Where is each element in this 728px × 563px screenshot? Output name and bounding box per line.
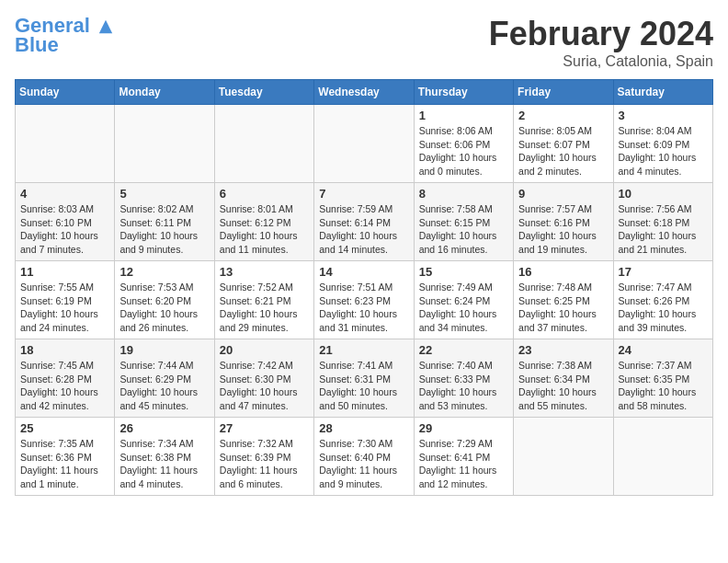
day-number: 16 [518,265,608,279]
day-info: Sunrise: 7:51 AM Sunset: 6:23 PM Dayligh… [319,281,408,335]
day-number: 17 [619,265,708,279]
calendar-cell: 12Sunrise: 7:53 AM Sunset: 6:20 PM Dayli… [115,261,214,339]
day-info: Sunrise: 7:34 AM Sunset: 6:38 PM Dayligh… [119,437,209,491]
logo: General Blue [15,15,114,57]
day-number: 24 [619,343,708,357]
calendar-cell: 28Sunrise: 7:30 AM Sunset: 6:40 PM Dayli… [314,418,414,496]
calendar-cell: 9Sunrise: 7:57 AM Sunset: 6:16 PM Daylig… [514,183,613,261]
calendar-cell: 24Sunrise: 7:37 AM Sunset: 6:35 PM Dayli… [613,339,712,418]
day-number: 13 [220,265,309,279]
calendar-cell [214,105,313,183]
day-number: 7 [319,187,408,201]
day-info: Sunrise: 7:42 AM Sunset: 6:30 PM Dayligh… [220,359,309,413]
day-info: Sunrise: 7:52 AM Sunset: 6:21 PM Dayligh… [220,281,309,335]
calendar-cell: 13Sunrise: 7:52 AM Sunset: 6:21 PM Dayli… [214,261,313,339]
calendar-cell: 27Sunrise: 7:32 AM Sunset: 6:39 PM Dayli… [214,418,313,496]
day-info: Sunrise: 8:06 AM Sunset: 6:06 PM Dayligh… [419,124,508,178]
calendar-cell: 2Sunrise: 8:05 AM Sunset: 6:07 PM Daylig… [514,105,613,183]
calendar-cell: 11Sunrise: 7:55 AM Sunset: 6:19 PM Dayli… [16,261,115,339]
calendar-day-header: Tuesday [214,80,313,105]
day-info: Sunrise: 8:02 AM Sunset: 6:11 PM Dayligh… [119,202,209,257]
calendar-cell: 7Sunrise: 7:59 AM Sunset: 6:14 PM Daylig… [314,183,414,261]
day-number: 22 [419,343,508,357]
day-info: Sunrise: 8:04 AM Sunset: 6:09 PM Dayligh… [619,124,708,178]
calendar-cell: 5Sunrise: 8:02 AM Sunset: 6:11 PM Daylig… [115,183,214,261]
calendar-cell: 21Sunrise: 7:41 AM Sunset: 6:31 PM Dayli… [314,339,414,418]
day-info: Sunrise: 7:59 AM Sunset: 6:14 PM Dayligh… [319,202,408,257]
calendar-table: SundayMondayTuesdayWednesdayThursdayFrid… [15,79,713,496]
day-info: Sunrise: 7:55 AM Sunset: 6:19 PM Dayligh… [20,281,109,335]
logo-icon [97,18,114,35]
calendar-cell: 16Sunrise: 7:48 AM Sunset: 6:25 PM Dayli… [514,261,613,339]
calendar-cell: 6Sunrise: 8:01 AM Sunset: 6:12 PM Daylig… [214,183,313,261]
day-number: 14 [319,265,408,279]
calendar-cell: 29Sunrise: 7:29 AM Sunset: 6:41 PM Dayli… [414,418,513,496]
day-info: Sunrise: 7:41 AM Sunset: 6:31 PM Dayligh… [319,359,408,413]
calendar-cell: 1Sunrise: 8:06 AM Sunset: 6:06 PM Daylig… [414,105,513,183]
day-info: Sunrise: 7:35 AM Sunset: 6:36 PM Dayligh… [20,437,109,491]
day-number: 29 [419,421,508,435]
day-number: 25 [20,421,109,435]
calendar-week-row: 25Sunrise: 7:35 AM Sunset: 6:36 PM Dayli… [16,418,713,496]
day-number: 5 [119,187,209,201]
day-info: Sunrise: 7:57 AM Sunset: 6:16 PM Dayligh… [518,202,608,257]
day-info: Sunrise: 7:40 AM Sunset: 6:33 PM Dayligh… [419,359,508,413]
calendar-cell: 18Sunrise: 7:45 AM Sunset: 6:28 PM Dayli… [16,339,115,418]
calendar-cell: 22Sunrise: 7:40 AM Sunset: 6:33 PM Dayli… [414,339,513,418]
day-number: 19 [119,343,209,357]
day-info: Sunrise: 7:38 AM Sunset: 6:34 PM Dayligh… [518,359,608,413]
title-block: February 2024 Suria, Catalonia, Spain [489,15,713,70]
day-number: 9 [518,187,608,201]
calendar-day-header: Friday [514,80,613,105]
day-number: 23 [518,343,608,357]
day-info: Sunrise: 7:47 AM Sunset: 6:26 PM Dayligh… [619,281,708,335]
day-info: Sunrise: 7:48 AM Sunset: 6:25 PM Dayligh… [518,281,608,335]
calendar-cell: 15Sunrise: 7:49 AM Sunset: 6:24 PM Dayli… [414,261,513,339]
day-info: Sunrise: 8:03 AM Sunset: 6:10 PM Dayligh… [20,202,109,257]
day-info: Sunrise: 8:01 AM Sunset: 6:12 PM Dayligh… [220,202,309,257]
calendar-day-header: Sunday [16,80,115,105]
calendar-day-header: Monday [115,80,214,105]
calendar-cell: 14Sunrise: 7:51 AM Sunset: 6:23 PM Dayli… [314,261,414,339]
day-info: Sunrise: 7:45 AM Sunset: 6:28 PM Dayligh… [20,359,109,413]
day-number: 1 [419,109,508,122]
day-number: 3 [619,109,708,122]
calendar-day-header: Saturday [613,80,712,105]
day-number: 8 [419,187,508,201]
calendar-body: 1Sunrise: 8:06 AM Sunset: 6:06 PM Daylig… [16,105,713,496]
location: Suria, Catalonia, Spain [489,53,713,70]
calendar-week-row: 1Sunrise: 8:06 AM Sunset: 6:06 PM Daylig… [16,105,713,183]
calendar-cell: 10Sunrise: 7:56 AM Sunset: 6:18 PM Dayli… [613,183,712,261]
calendar-cell [16,105,115,183]
day-number: 28 [319,421,408,435]
day-info: Sunrise: 7:53 AM Sunset: 6:20 PM Dayligh… [119,281,209,335]
calendar-day-header: Thursday [414,80,513,105]
page-header: General Blue February 2024 Suria, Catalo… [15,15,713,70]
calendar-week-row: 11Sunrise: 7:55 AM Sunset: 6:19 PM Dayli… [16,261,713,339]
svg-marker-0 [99,20,112,33]
day-info: Sunrise: 7:32 AM Sunset: 6:39 PM Dayligh… [220,437,309,491]
day-info: Sunrise: 8:05 AM Sunset: 6:07 PM Dayligh… [518,124,608,178]
calendar-cell: 3Sunrise: 8:04 AM Sunset: 6:09 PM Daylig… [613,105,712,183]
day-number: 21 [319,343,408,357]
calendar-header-row: SundayMondayTuesdayWednesdayThursdayFrid… [16,80,713,105]
day-info: Sunrise: 7:56 AM Sunset: 6:18 PM Dayligh… [619,202,708,257]
day-number: 10 [619,187,708,201]
month-title: February 2024 [489,15,713,53]
calendar-cell [613,418,712,496]
day-info: Sunrise: 7:49 AM Sunset: 6:24 PM Dayligh… [419,281,508,335]
day-number: 18 [20,343,109,357]
day-info: Sunrise: 7:37 AM Sunset: 6:35 PM Dayligh… [619,359,708,413]
calendar-cell: 23Sunrise: 7:38 AM Sunset: 6:34 PM Dayli… [514,339,613,418]
day-info: Sunrise: 7:30 AM Sunset: 6:40 PM Dayligh… [319,437,408,491]
calendar-cell: 8Sunrise: 7:58 AM Sunset: 6:15 PM Daylig… [414,183,513,261]
calendar-day-header: Wednesday [314,80,414,105]
calendar-cell: 26Sunrise: 7:34 AM Sunset: 6:38 PM Dayli… [115,418,214,496]
calendar-cell: 25Sunrise: 7:35 AM Sunset: 6:36 PM Dayli… [16,418,115,496]
day-number: 2 [518,109,608,122]
calendar-cell: 19Sunrise: 7:44 AM Sunset: 6:29 PM Dayli… [115,339,214,418]
calendar-week-row: 18Sunrise: 7:45 AM Sunset: 6:28 PM Dayli… [16,339,713,418]
calendar-cell [514,418,613,496]
calendar-cell [115,105,214,183]
day-number: 27 [220,421,309,435]
